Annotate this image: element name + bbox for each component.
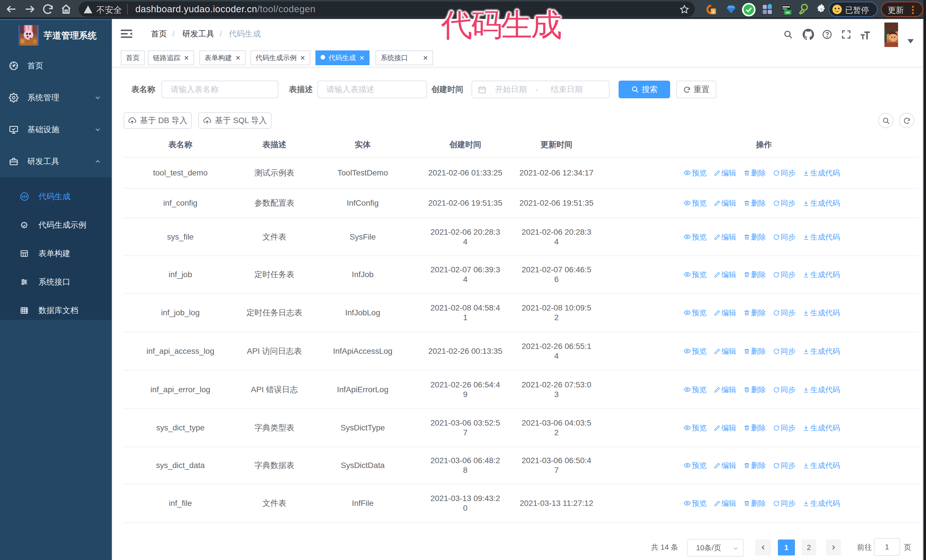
svg-text:1: 1 xyxy=(712,9,714,14)
svg-text:on: on xyxy=(785,11,790,15)
